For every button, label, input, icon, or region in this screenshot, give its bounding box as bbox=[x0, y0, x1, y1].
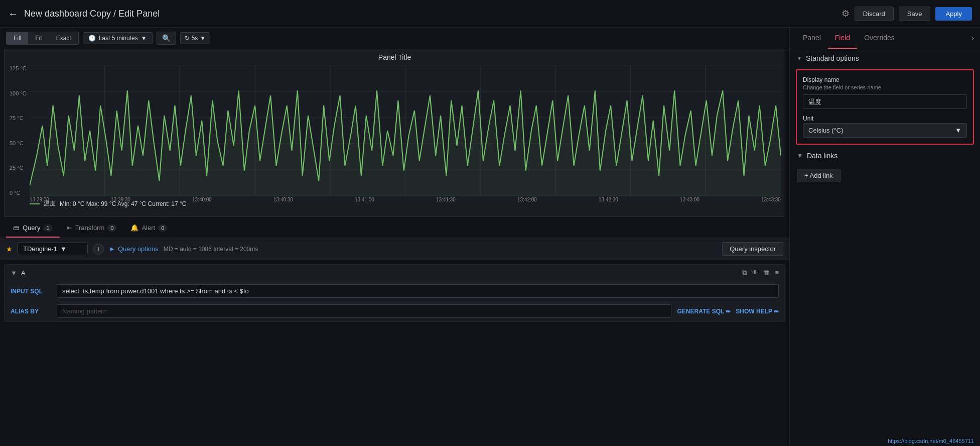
tab-field-label: Field bbox=[835, 34, 850, 42]
tab-transform[interactable]: ⇤ Transform 0 bbox=[60, 219, 124, 238]
y-label: 25 °C bbox=[10, 165, 27, 171]
show-help-label: SHOW HELP bbox=[736, 308, 772, 315]
tab-overrides[interactable]: Overrides bbox=[857, 28, 902, 49]
refresh-button[interactable]: ↻ 5s ▼ bbox=[180, 32, 211, 44]
x-label: 13:43:00 bbox=[680, 197, 699, 202]
arrow-icon: ➨ bbox=[774, 308, 779, 315]
display-name-input[interactable] bbox=[803, 94, 967, 109]
left-panel: Fill Fit Exact 🕐 Last 5 minutes ▼ 🔍 ↻ 5s… bbox=[0, 28, 789, 446]
alert-badge: 0 bbox=[158, 225, 167, 232]
chart-title: Panel Title bbox=[5, 49, 785, 65]
discard-button[interactable]: Discard bbox=[855, 7, 894, 21]
save-button[interactable]: Save bbox=[899, 7, 931, 21]
x-label: 13:42:00 bbox=[517, 197, 537, 202]
query-a-label: A bbox=[21, 269, 26, 277]
query-inspector-button[interactable]: Query inspector bbox=[722, 242, 783, 256]
chevron-down-icon: ▼ bbox=[955, 127, 961, 134]
show-help-button[interactable]: SHOW HELP ➨ bbox=[736, 308, 779, 315]
query-meta: MD = auto = 1086 Interval = 200ms bbox=[164, 246, 258, 253]
input-sql-field[interactable] bbox=[57, 284, 779, 298]
data-links-header[interactable]: ▼ Data links bbox=[790, 147, 980, 165]
refresh-icon: ↻ bbox=[185, 35, 190, 42]
chevron-down-icon: ▼ bbox=[141, 35, 147, 42]
arrow-icon: ➨ bbox=[726, 308, 731, 315]
query-options-label: Query options bbox=[118, 245, 159, 253]
data-links-section: + Add link bbox=[790, 165, 980, 186]
input-sql-row: INPUT SQL bbox=[5, 281, 785, 301]
x-label: 13:39:00 bbox=[30, 197, 49, 202]
collapse-icon[interactable]: ▼ bbox=[11, 269, 17, 277]
chevron-right-icon: ► bbox=[109, 245, 115, 253]
back-button[interactable]: ← bbox=[8, 8, 18, 20]
standard-options-header[interactable]: ▼ Standard options bbox=[790, 49, 980, 67]
clock-icon: 🕐 bbox=[88, 35, 96, 42]
x-label: 13:41:30 bbox=[436, 197, 456, 202]
alert-icon: 🔔 bbox=[130, 224, 138, 232]
datasource-selector[interactable]: TDengine-1 ▼ bbox=[18, 243, 88, 255]
y-label: 0 °C bbox=[10, 190, 27, 196]
y-label: 50 °C bbox=[10, 140, 27, 146]
expand-icon[interactable]: › bbox=[971, 34, 974, 43]
exact-button[interactable]: Exact bbox=[49, 32, 78, 44]
x-label: 13:40:00 bbox=[192, 197, 212, 202]
collapse-icon: ▼ bbox=[797, 56, 802, 61]
unit-label: Unit bbox=[803, 115, 967, 122]
info-button[interactable]: i bbox=[93, 244, 104, 255]
main-layout: Fill Fit Exact 🕐 Last 5 minutes ▼ 🔍 ↻ 5s… bbox=[0, 28, 980, 446]
drag-icon[interactable]: ≡ bbox=[775, 269, 779, 277]
chevron-down-icon: ▼ bbox=[200, 35, 206, 42]
transform-badge: 0 bbox=[107, 225, 116, 232]
unit-value: Celsius (°C) bbox=[808, 127, 843, 134]
copy-icon[interactable]: ⧉ bbox=[742, 269, 747, 277]
x-label: 13:42:30 bbox=[599, 197, 618, 202]
y-label: 125 °C bbox=[10, 65, 27, 71]
gear-icon[interactable]: ⚙ bbox=[842, 8, 850, 19]
alias-by-row: ALIAS BY GENERATE SQL ➨ SHOW HELP ➨ bbox=[5, 301, 785, 321]
trash-icon[interactable]: 🗑 bbox=[763, 269, 770, 277]
tab-panel[interactable]: Panel bbox=[796, 28, 828, 49]
query-bar: ★ TDengine-1 ▼ i ► Query options MD = au… bbox=[0, 238, 789, 260]
fit-button[interactable]: Fit bbox=[28, 32, 49, 44]
collapse-icon: ▼ bbox=[797, 152, 803, 159]
x-label: 13:41:00 bbox=[355, 197, 374, 202]
eye-icon[interactable]: 👁 bbox=[752, 269, 758, 277]
right-panel: Panel Field Overrides › ▼ Standard optio… bbox=[789, 28, 980, 446]
chart-container: Panel Title 125 °C 100 °C 75 °C 50 °C 25… bbox=[4, 49, 785, 217]
add-link-button[interactable]: + Add link bbox=[797, 169, 841, 182]
fill-button[interactable]: Fill bbox=[7, 32, 28, 44]
x-label: 13:40:30 bbox=[273, 197, 293, 202]
query-badge: 1 bbox=[43, 225, 52, 232]
display-name-sublabel: Change the field or series name bbox=[803, 84, 967, 90]
tab-field[interactable]: Field bbox=[828, 28, 857, 49]
tab-query[interactable]: 🗃 Query 1 bbox=[6, 219, 60, 238]
time-range-label: Last 5 minutes bbox=[99, 35, 138, 42]
y-label: 75 °C bbox=[10, 115, 27, 121]
time-range-picker[interactable]: 🕐 Last 5 minutes ▼ bbox=[83, 32, 153, 44]
generate-sql-button[interactable]: GENERATE SQL ➨ bbox=[677, 308, 731, 315]
header-actions: ⚙ Discard Save Apply bbox=[842, 7, 972, 21]
status-bar: https://blog.csdn.net/m0_46455711 bbox=[882, 436, 980, 446]
refresh-interval: 5s bbox=[192, 35, 198, 42]
input-sql-label: INPUT SQL bbox=[11, 288, 51, 295]
zoom-out-button[interactable]: 🔍 bbox=[157, 32, 176, 45]
data-links-label: Data links bbox=[807, 152, 837, 160]
chart-toolbar: Fill Fit Exact 🕐 Last 5 minutes ▼ 🔍 ↻ 5s… bbox=[0, 28, 789, 49]
apply-button[interactable]: Apply bbox=[935, 7, 972, 21]
query-options-button[interactable]: ► Query options bbox=[109, 245, 159, 253]
tab-alert[interactable]: 🔔 Alert 0 bbox=[123, 219, 174, 238]
query-section-header: ▼ A ⧉ 👁 🗑 ≡ bbox=[5, 265, 785, 281]
unit-selector[interactable]: Celsius (°C) ▼ bbox=[803, 123, 967, 138]
query-icon: 🗃 bbox=[13, 224, 20, 232]
query-header-actions: ⧉ 👁 🗑 ≡ bbox=[742, 269, 779, 277]
page-title: New dashboard Copy / Edit Panel bbox=[24, 9, 842, 19]
right-panel-tabs: Panel Field Overrides › bbox=[790, 28, 980, 49]
query-section-a: ▼ A ⧉ 👁 🗑 ≡ INPUT SQL ALIAS BY GENERAT bbox=[4, 264, 785, 322]
view-mode-group: Fill Fit Exact bbox=[6, 32, 79, 45]
datasource-name: TDengine-1 bbox=[23, 245, 57, 253]
tab-alert-label: Alert bbox=[142, 224, 155, 232]
display-name-label: Display name bbox=[803, 76, 967, 83]
generate-sql-label: GENERATE SQL bbox=[677, 308, 725, 315]
alias-by-field[interactable] bbox=[57, 304, 671, 318]
chevron-down-icon: ▼ bbox=[60, 245, 67, 253]
tab-overrides-label: Overrides bbox=[864, 34, 895, 42]
